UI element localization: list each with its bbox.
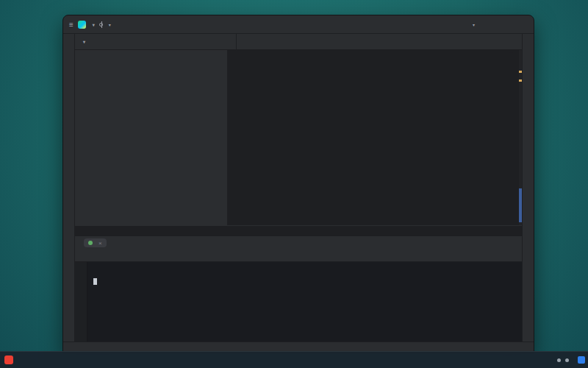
title-bar: ≡ ▾ ▾ ▾ [63, 15, 534, 34]
pycharm-window: ≡ ▾ ▾ ▾ [62, 15, 534, 353]
news-widget-icon [4, 355, 13, 364]
window-controls [491, 17, 531, 32]
minimize-button[interactable] [491, 17, 504, 32]
debug-panel-header: × [75, 236, 522, 250]
system-tray [548, 352, 585, 368]
project-pane-header[interactable]: ▾ [75, 34, 237, 49]
branch-icon [99, 21, 104, 28]
pycharm-logo-icon [78, 21, 86, 29]
chevron-down-icon: ▾ [93, 22, 95, 27]
debug-bug-icon [88, 241, 93, 245]
left-tool-strip [63, 34, 75, 342]
debug-toolbar [75, 250, 522, 262]
notification-center-icon[interactable] [578, 356, 585, 364]
editor-scrollbar[interactable] [519, 50, 522, 225]
code-editor[interactable] [228, 50, 522, 225]
console-output[interactable] [87, 262, 522, 342]
csdn-watermark [513, 352, 516, 368]
project-widget[interactable]: ▾ [90, 22, 95, 27]
breadcrumb [75, 225, 522, 236]
chevron-down-icon: ▾ [473, 22, 475, 27]
project-tree [75, 50, 228, 225]
close-icon[interactable]: × [98, 240, 102, 247]
network-icon[interactable] [557, 358, 561, 362]
chevron-down-icon: ▾ [109, 22, 111, 27]
debug-session-tab[interactable]: × [84, 238, 107, 247]
volume-icon[interactable] [565, 358, 569, 362]
chevron-down-icon: ▾ [83, 39, 85, 44]
console-caret [93, 278, 97, 285]
close-button[interactable] [517, 17, 531, 32]
inspections-widget[interactable] [509, 52, 513, 53]
maximize-button[interactable] [504, 17, 517, 32]
tab-bar: ▾ [75, 34, 522, 50]
run-config-widget[interactable]: ▾ [470, 22, 475, 27]
taskbar [0, 351, 588, 368]
console-tool-column [75, 262, 87, 342]
news-widget[interactable] [4, 352, 16, 368]
vcs-widget[interactable]: ▾ [99, 21, 111, 28]
main-menu-icon[interactable]: ≡ [69, 21, 74, 29]
right-tool-strip [522, 34, 534, 342]
